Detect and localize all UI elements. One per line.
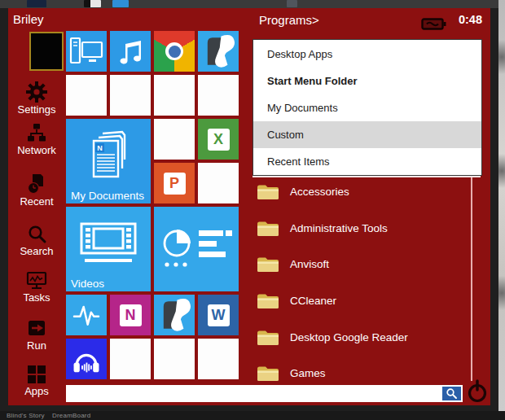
tile-onenote[interactable]: N — [110, 295, 151, 335]
gear-icon — [26, 81, 47, 103]
tile-empty[interactable] — [198, 75, 239, 116]
network-icon — [26, 123, 47, 143]
taskbar-window-title[interactable]: DreamBoard — [52, 412, 90, 419]
pie-chart-list-icon — [160, 225, 233, 273]
chrome-logo-icon — [165, 42, 183, 60]
dropdown-item-desktop-apps[interactable]: Desktop Apps — [253, 41, 481, 68]
dropdown-item-recent-items[interactable]: Recent Items — [253, 148, 481, 175]
battery-icon — [421, 17, 447, 34]
film-strip-icon — [78, 221, 138, 269]
folder-label: CCleaner — [290, 295, 336, 307]
sidebar-item-recent[interactable]: Recent — [8, 173, 65, 208]
documents-stack-icon: N — [82, 130, 134, 186]
search-input[interactable] — [69, 385, 439, 404]
search-button[interactable] — [442, 387, 461, 400]
tile-empty[interactable] — [110, 339, 151, 379]
folder-icon — [257, 255, 279, 273]
sidebar-item-label: Tasks — [23, 291, 50, 304]
mydocs-badge-letter: N — [97, 144, 103, 152]
folder-item-accessories[interactable]: Accessories — [257, 181, 349, 202]
folder-icon — [257, 219, 279, 237]
folder-item-administrative-tools[interactable]: Administrative Tools — [257, 217, 388, 238]
tasks-monitor-icon — [26, 271, 47, 291]
search-icon — [446, 387, 458, 400]
sidebar-item-label: Settings — [18, 103, 56, 116]
desktop-icon[interactable] — [84, 0, 101, 7]
sidebar-item-tasks[interactable]: Tasks — [8, 271, 65, 304]
sidebar-item-settings[interactable]: Settings — [8, 81, 65, 116]
word-icon: W — [208, 304, 230, 326]
power-button[interactable] — [466, 379, 489, 404]
programs-dropdown: Desktop Apps Start Menu Folder My Docume… — [253, 39, 482, 176]
tile-empty[interactable] — [110, 75, 151, 116]
tile-pulse[interactable] — [66, 295, 107, 335]
search-icon — [27, 224, 47, 244]
desktop-icon[interactable] — [287, 0, 297, 7]
dropdown-item-start-menu-folder[interactable]: Start Menu Folder — [253, 68, 481, 94]
reviver-logo-icon — [156, 297, 192, 333]
sidebar-item-apps[interactable]: Apps — [8, 365, 65, 397]
taskbar-window-title[interactable]: Blind's Story — [7, 412, 45, 419]
tile-my-documents[interactable]: N My Documents — [66, 119, 151, 203]
tile-music[interactable] — [110, 31, 151, 72]
wallpaper-art — [498, 33, 505, 81]
folder-icon — [257, 328, 279, 346]
folder-label: Desktop Google Reader — [290, 331, 408, 343]
folder-label: Accessories — [290, 186, 349, 198]
sidebar-item-network[interactable]: Network — [8, 123, 65, 156]
dropdown-item-my-documents[interactable]: My Documents — [253, 94, 481, 121]
recent-icon — [26, 173, 47, 195]
tile-empty[interactable] — [154, 119, 195, 160]
folder-item-anvisoft[interactable]: Anvisoft — [257, 253, 329, 274]
dropdown-item-custom[interactable]: Custom — [253, 121, 481, 148]
tile-computer[interactable] — [66, 31, 107, 72]
taskbar: Blind's Story DreamBoard — [0, 411, 505, 420]
desktop-icon[interactable] — [27, 0, 46, 7]
user-name[interactable]: Briley — [13, 12, 44, 26]
wallpaper-art — [498, 269, 505, 317]
folder-list-scrollbar[interactable] — [471, 177, 472, 381]
tile-reviver[interactable] — [198, 31, 239, 72]
tile-grid: N My Documents X P — [66, 31, 239, 379]
desktop: { "window": { "user_name": "Briley", "pr… — [0, 0, 505, 420]
onenote-icon: N — [120, 304, 142, 326]
user-avatar[interactable] — [29, 32, 64, 71]
sidebar-item-label: Network — [17, 144, 56, 156]
tile-powerpoint[interactable]: P — [154, 163, 195, 203]
folder-item-ccleaner[interactable]: CCleaner — [257, 290, 336, 311]
folder-item-games[interactable]: Games — [257, 362, 326, 383]
tile-label: Videos — [71, 278, 104, 290]
programs-breadcrumb[interactable]: Programs> — [259, 13, 319, 27]
wallpaper-art — [498, 147, 505, 195]
chrome-logo-core — [169, 46, 181, 58]
tile-excel[interactable]: X — [198, 119, 239, 160]
music-note-icon — [116, 37, 144, 66]
start-menu-panel: Briley Settings Network — [8, 8, 490, 405]
tile-audio[interactable] — [66, 339, 107, 379]
tile-reviver-2[interactable] — [154, 295, 195, 335]
desktop-wallpaper — [498, 0, 505, 411]
folder-label: Games — [290, 367, 326, 379]
tile-empty[interactable] — [198, 339, 239, 379]
sidebar-item-label: Search — [20, 245, 53, 257]
run-icon — [26, 318, 47, 339]
folder-item-desktop-google-reader[interactable]: Desktop Google Reader — [257, 326, 408, 348]
search-bar — [66, 385, 463, 402]
tile-word[interactable]: W — [198, 295, 239, 335]
folder-icon — [257, 364, 279, 382]
tile-dashboard[interactable] — [154, 207, 239, 291]
tile-empty[interactable] — [154, 75, 195, 116]
tile-chrome[interactable] — [154, 31, 195, 72]
tile-empty[interactable] — [198, 163, 239, 203]
excel-icon: X — [208, 129, 230, 151]
powerpoint-icon: P — [164, 173, 186, 195]
folder-list-divider — [253, 176, 481, 177]
tile-empty[interactable] — [66, 75, 107, 116]
tile-empty[interactable] — [154, 339, 195, 379]
desktop-icon[interactable] — [112, 0, 129, 7]
folder-icon — [257, 182, 279, 200]
folder-label: Anvisoft — [290, 258, 329, 270]
sidebar-item-run[interactable]: Run — [8, 318, 65, 352]
sidebar-item-search[interactable]: Search — [8, 224, 65, 257]
tile-videos[interactable]: Videos — [66, 207, 151, 291]
